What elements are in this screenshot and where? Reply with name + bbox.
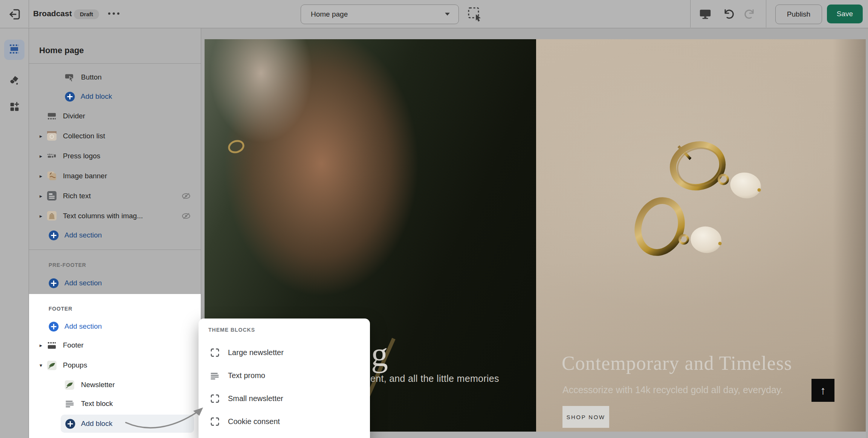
sidebar-item-popups[interactable]: ▾Popups xyxy=(29,355,201,375)
exit-editor-button[interactable] xyxy=(8,8,21,21)
sidebar-item-add-block[interactable]: Add block xyxy=(61,415,194,433)
back-to-top-button[interactable]: ↑ xyxy=(811,379,834,402)
divider xyxy=(29,250,201,250)
group-label-footer: FOOTER xyxy=(29,300,201,317)
collection-thumb-icon xyxy=(47,131,57,141)
redo-button[interactable] xyxy=(744,8,756,20)
sidebar-item-add-section[interactable]: Add section xyxy=(29,226,201,245)
hero-subtitle: Accessorize with 14k recycled gold all d… xyxy=(562,384,783,395)
sidebar-item-text-block[interactable]: Text block xyxy=(29,394,201,413)
more-icon xyxy=(113,12,115,15)
sidebar-item-label: Text columns with imag... xyxy=(63,212,143,220)
rail-tab-sections[interactable] xyxy=(4,40,24,60)
more-actions-button[interactable] xyxy=(108,12,119,15)
divider xyxy=(29,63,201,64)
footer-thumb-icon xyxy=(47,340,57,350)
sidebar-item-label: Popups xyxy=(63,361,87,369)
topbar-divider xyxy=(29,0,29,28)
publish-button[interactable]: Publish xyxy=(775,5,822,24)
sidebar-item-add-section[interactable]: Add section xyxy=(29,274,201,293)
topbar-divider xyxy=(766,0,766,28)
sidebar-item-collection-list[interactable]: ▸Collection list xyxy=(29,126,201,146)
rail-tab-apps[interactable] xyxy=(4,97,24,118)
disclosure-triangle-icon[interactable]: ▸ xyxy=(40,133,47,139)
sidebar-item-add-block[interactable]: Add block xyxy=(29,87,201,106)
footer-group-panel: FOOTER Add section▸Footer▾PopupsNewslett… xyxy=(29,294,201,438)
sidebar-item-label: Rich text xyxy=(63,192,91,200)
add-plus-icon xyxy=(49,230,59,240)
more-icon xyxy=(117,12,119,15)
frame-icon xyxy=(210,348,220,358)
apps-icon xyxy=(8,101,20,114)
popup-item-label: Cookie consent xyxy=(228,417,280,426)
device-preview-button[interactable] xyxy=(699,8,712,20)
shop-now-button[interactable]: SHOP NOW xyxy=(562,406,609,428)
sidebar-item-label: Add block xyxy=(81,92,112,101)
rail-tab-theme-settings[interactable] xyxy=(4,71,24,91)
popup-title: THEME BLOCKS xyxy=(208,327,370,341)
sidebar-item-footer[interactable]: ▸Footer xyxy=(29,335,201,355)
press-thumb-icon xyxy=(47,151,57,161)
gold-ring xyxy=(226,138,246,155)
exit-icon xyxy=(8,16,21,22)
hero-title: Contemporary and Timeless xyxy=(562,352,792,374)
theme-name: Broadcast xyxy=(33,9,72,18)
add-plus-icon xyxy=(65,419,75,429)
hidden-eye-icon[interactable] xyxy=(181,191,191,201)
popup-item-cookie-consent[interactable]: Cookie consent xyxy=(199,410,370,433)
sidebar-item-label: Divider xyxy=(63,112,85,120)
textlines-icon xyxy=(210,371,220,381)
sidebar-page-title: Home page xyxy=(39,46,84,55)
disclosure-triangle-icon[interactable]: ▸ xyxy=(40,173,47,179)
more-icon xyxy=(108,12,110,15)
sidebar-item-press-logos[interactable]: ▸Press logos xyxy=(29,146,201,166)
redo-icon xyxy=(744,15,756,21)
sidebar-item-label: Press logos xyxy=(63,152,100,160)
disclosure-triangle-icon[interactable]: ▸ xyxy=(40,342,47,348)
add-plus-icon xyxy=(49,322,59,332)
disclosure-triangle-icon[interactable]: ▾ xyxy=(40,362,47,368)
sections-icon xyxy=(8,43,21,57)
chevron-down-icon xyxy=(445,11,450,18)
status-badge: Draft xyxy=(74,9,99,19)
sidebar-item-text-columns-with-imag[interactable]: ▸Text columns with imag... xyxy=(29,206,201,226)
sidebar-item-label: Footer xyxy=(63,341,84,349)
hero-slide-earrings: Contemporary and Timeless Accessorize wi… xyxy=(536,39,866,432)
popup-item-label: Large newsletter xyxy=(228,348,284,357)
sidebar-item-label: Add section xyxy=(64,322,102,331)
disclosure-triangle-icon[interactable]: ▸ xyxy=(40,153,47,159)
disclosure-triangle-icon[interactable]: ▸ xyxy=(40,193,47,199)
popup-item-small-newsletter[interactable]: Small newsletter xyxy=(199,387,370,410)
frame-icon xyxy=(210,394,220,404)
sidebar-item-add-section[interactable]: Add section xyxy=(29,317,201,335)
monitor-icon xyxy=(699,15,712,21)
save-button[interactable]: Save xyxy=(827,5,863,23)
disclosure-triangle-icon[interactable]: ▸ xyxy=(40,213,47,219)
sidebar-item-button[interactable]: Button xyxy=(29,67,201,87)
sidebar-item-newsletter[interactable]: Newsletter xyxy=(29,375,201,394)
divider-thumb-icon xyxy=(47,111,57,121)
theme-editor-app: Broadcast Draft Home page xyxy=(0,0,868,438)
button-cursor-icon xyxy=(65,72,75,82)
sidebar-item-rich-text[interactable]: ▸Rich text xyxy=(29,186,201,206)
sidebar-item-label: Add block xyxy=(81,420,112,428)
inspect-element-button[interactable] xyxy=(467,6,483,22)
sidebar-item-label: Text block xyxy=(81,400,113,408)
undo-icon xyxy=(722,15,735,21)
undo-button[interactable] xyxy=(722,8,735,20)
popup-item-text-promo[interactable]: Text promo xyxy=(199,364,370,387)
sidebar-item-image-banner[interactable]: ▸Image banner xyxy=(29,166,201,186)
textcol-thumb-icon xyxy=(47,211,57,221)
sidebar-item-label: Add section xyxy=(64,279,102,287)
page-selector-dropdown[interactable]: Home page xyxy=(301,5,459,24)
marquee-select-icon xyxy=(467,17,483,23)
popup-item-large-newsletter[interactable]: Large newsletter xyxy=(199,341,370,364)
leaf-thumb-icon xyxy=(65,380,75,390)
sidebar-item-label: Button xyxy=(81,73,102,81)
add-plus-icon xyxy=(65,92,75,102)
leaf-thumb-icon xyxy=(47,360,57,370)
richtext-thumb-icon xyxy=(47,191,57,201)
sidebar-item-label: Add section xyxy=(64,231,102,239)
sidebar-item-divider[interactable]: Divider xyxy=(29,106,201,126)
hidden-eye-icon[interactable] xyxy=(181,211,191,221)
